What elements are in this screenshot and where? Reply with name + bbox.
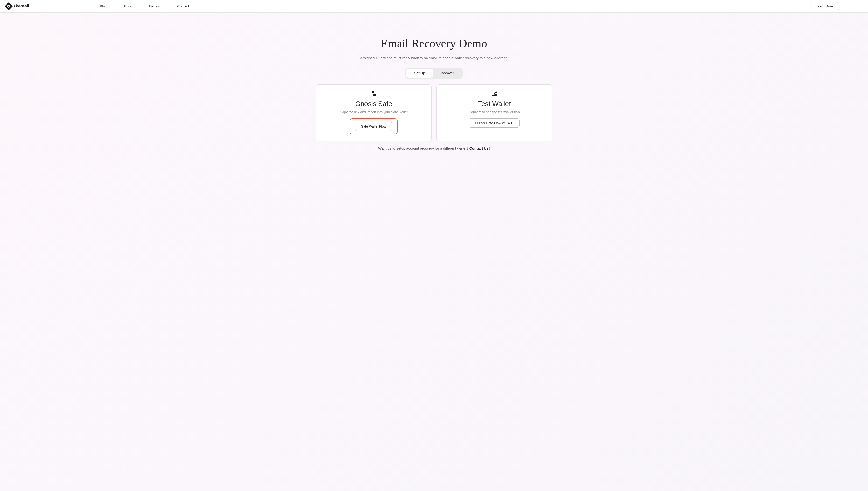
tab-recover[interactable]: Recover xyxy=(433,68,462,78)
nav-contact[interactable]: Contact xyxy=(177,4,189,8)
tab-container: Set Up Recover xyxy=(405,68,463,79)
learn-more-button[interactable]: Learn More xyxy=(810,2,839,10)
footer-text: Want us to setup account recovery for a … xyxy=(0,146,868,150)
cards-container: Gnosis Safe Copy the link and import int… xyxy=(0,84,868,141)
zkemail-logo-icon xyxy=(5,2,13,10)
burner-safe-flow-button[interactable]: Burner Safe Flow (v1.4.1) xyxy=(469,118,520,127)
safe-wallet-flow-highlight: Safe Wallet Flow xyxy=(350,118,398,134)
footer-text-label: Want us to setup account recovery for a … xyxy=(378,146,469,150)
nav-blog[interactable]: Blog xyxy=(100,4,107,8)
gnosis-card-description: Copy the link and import into your Safe … xyxy=(324,110,424,114)
gnosis-safe-card: Gnosis Safe Copy the link and import int… xyxy=(316,84,432,141)
logo-section[interactable]: zkemail xyxy=(0,3,88,9)
main-content: Email Recovery Demo Assigned Guardians m… xyxy=(0,12,868,150)
header-right: Learn More xyxy=(804,2,868,10)
contact-us-link[interactable]: Contact Us! xyxy=(469,146,490,150)
test-wallet-card: Test Wallet Connect to see the test wall… xyxy=(436,84,552,141)
wallet-icon xyxy=(491,90,497,96)
burner-safe-flow-wrapper: Burner Safe Flow (v1.4.1) xyxy=(469,118,520,127)
header: zkemail Blog Docs Demos Contact Learn Mo… xyxy=(0,0,868,12)
page-subtitle: Assigned Guardians must reply back to an… xyxy=(0,56,868,60)
gnosis-safe-icon xyxy=(371,90,377,96)
page-title: Email Recovery Demo xyxy=(0,37,868,50)
nav-demos[interactable]: Demos xyxy=(149,4,160,8)
nav-docs[interactable]: Docs xyxy=(124,4,132,8)
tab-setup[interactable]: Set Up xyxy=(406,68,433,78)
logo-text: zkemail xyxy=(13,4,29,9)
safe-wallet-flow-button[interactable]: Safe Wallet Flow xyxy=(355,122,393,131)
gnosis-card-title: Gnosis Safe xyxy=(324,100,424,108)
test-wallet-card-description: Connect to see the test wallet flow xyxy=(444,110,544,114)
main-nav: Blog Docs Demos Contact xyxy=(88,0,804,12)
test-wallet-card-title: Test Wallet xyxy=(444,100,544,108)
